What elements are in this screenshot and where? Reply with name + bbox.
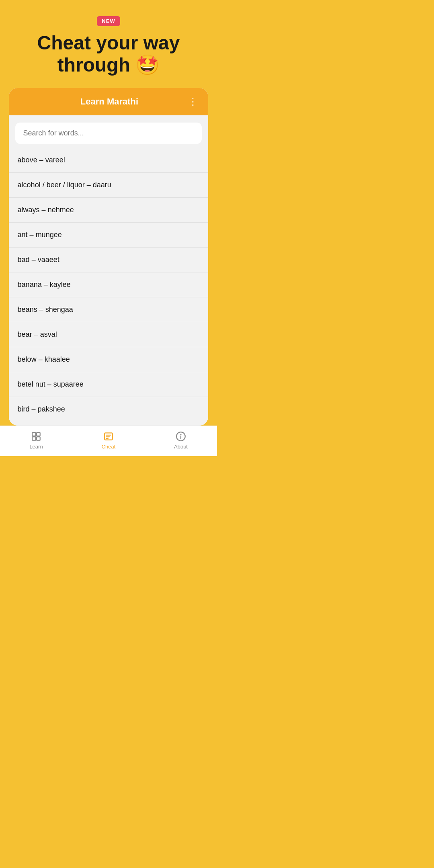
hero-section: NEW Cheat your way through 🤩 (0, 0, 217, 84)
learn-label: Learn (29, 444, 43, 450)
list-item[interactable]: always – nehmee (9, 198, 209, 223)
about-icon (175, 431, 186, 442)
svg-rect-2 (32, 437, 36, 440)
app-card: Learn Marathi ⋮ above – vareelalcohol / … (9, 88, 209, 426)
learn-icon (31, 431, 42, 442)
list-item[interactable]: banana – kaylee (9, 272, 209, 297)
cheat-icon (103, 431, 114, 442)
search-container (9, 115, 209, 148)
list-item[interactable]: beans – shengaa (9, 297, 209, 322)
about-label: About (174, 444, 188, 450)
svg-rect-1 (37, 433, 40, 436)
app-header-bar: Learn Marathi ⋮ (9, 88, 209, 115)
bottom-nav: Learn Cheat About (0, 426, 217, 456)
nav-item-cheat[interactable]: Cheat (72, 431, 145, 450)
word-list: above – vareelalcohol / beer / liquor – … (9, 148, 209, 426)
svg-rect-0 (32, 433, 36, 436)
app-header-title: Learn Marathi (31, 96, 188, 107)
svg-rect-3 (37, 437, 40, 440)
cheat-label: Cheat (102, 444, 116, 450)
list-item[interactable]: ant – mungee (9, 223, 209, 248)
nav-item-learn[interactable]: Learn (0, 431, 72, 450)
list-item[interactable]: bad – vaaeet (9, 248, 209, 272)
nav-item-about[interactable]: About (145, 431, 217, 450)
new-badge: NEW (97, 16, 120, 26)
list-item[interactable]: below – khaalee (9, 347, 209, 372)
list-item[interactable]: betel nut – supaaree (9, 372, 209, 397)
list-item[interactable]: bird – pakshee (9, 397, 209, 422)
list-item[interactable]: above – vareel (9, 148, 209, 173)
hero-title: Cheat your way through 🤩 (16, 32, 201, 76)
list-item[interactable]: alcohol / beer / liquor – daaru (9, 173, 209, 198)
search-input[interactable] (15, 123, 202, 144)
list-item[interactable]: bear – asval (9, 322, 209, 347)
more-options-icon[interactable]: ⋮ (188, 96, 199, 107)
